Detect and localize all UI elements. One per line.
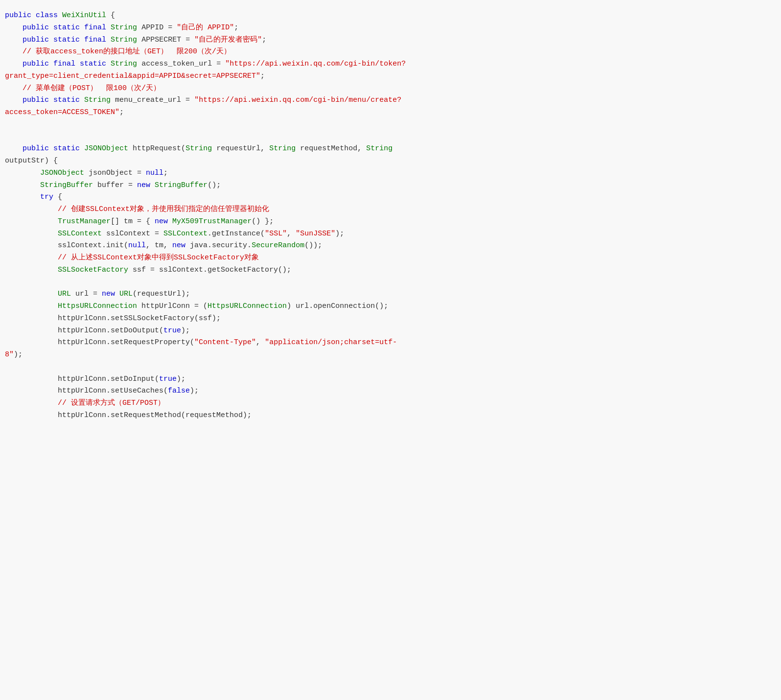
line-31: // 设置请求方式（GET/POST）: [5, 399, 165, 407]
line-27: httpUrlConn.setRequestProperty("Content-…: [5, 338, 397, 347]
line-5: public final static String access_token_…: [5, 60, 406, 68]
line-12: public static JSONObject httpRequest(Str…: [5, 144, 392, 153]
line-26: httpUrlConn.setDoOutput(true);: [5, 327, 190, 335]
line-blank-2: [5, 278, 9, 286]
line-2: public static final String APPID = "自己的 …: [5, 23, 238, 32]
line-28: 8": [5, 350, 14, 359]
line-8: public static String menu_create_url = "…: [5, 96, 401, 104]
line-22: SSLSocketFactory ssf = sslContext.getSoc…: [5, 266, 291, 274]
code-container: public class WeiXinUtil { public static …: [0, 0, 781, 700]
line-25: httpUrlConn.setSSLSocketFactory(ssf);: [5, 314, 221, 323]
line-19: SSLContext sslContext = SSLContext.getIn…: [5, 230, 344, 238]
line-20: sslContext.init(null, tm, new java.secur…: [5, 241, 322, 250]
line-blank-1: [5, 133, 9, 141]
line-6: grant_type=client_credential&appid=APPID…: [5, 72, 260, 80]
line-21: // 从上述SSLContext对象中得到SSLSocketFactory对象: [5, 254, 259, 262]
line-blank-3: [5, 363, 9, 371]
line-7: // 菜单创建（POST） 限100（次/天）: [5, 84, 161, 93]
line-15: StringBuffer buffer = new StringBuffer()…: [5, 181, 221, 189]
line-3: public static final String APPSECRET = "…: [5, 36, 266, 44]
line-4: // 获取access_token的接口地址（GET） 限200（次/天）: [5, 47, 231, 56]
line-30: httpUrlConn.setUseCaches(false);: [5, 387, 199, 395]
line-13: outputStr) {: [5, 157, 58, 165]
code-block: public class WeiXinUtil { public static …: [5, 10, 776, 422]
line-16: try {: [5, 193, 62, 201]
line-14: JSONObject jsonObject = null;: [5, 169, 168, 177]
line-1: public class WeiXinUtil {: [5, 11, 115, 20]
line-17: // 创建SSLContext对象，并使用我们指定的信任管理器初始化: [5, 205, 269, 213]
line-9: access_token=ACCESS_TOKEN": [5, 108, 119, 117]
line-29: httpUrlConn.setDoInput(true);: [5, 375, 185, 383]
line-23: URL url = new URL(requestUrl);: [5, 290, 190, 298]
line-18: TrustManager[] tm = { new MyX509TrustMan…: [5, 217, 274, 226]
line-24: HttpsURLConnection httpUrlConn = (HttpsU…: [5, 302, 388, 310]
line-32: httpUrlConn.setRequestMethod(requestMeth…: [5, 411, 252, 420]
